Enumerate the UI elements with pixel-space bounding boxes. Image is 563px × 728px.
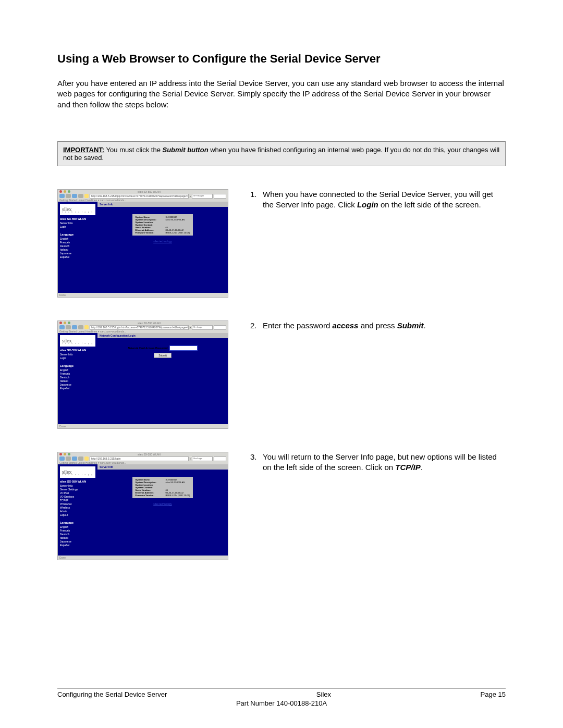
step-number: 3. <box>250 452 263 473</box>
search-engine-field[interactable]: G ▾ Login <box>192 325 213 330</box>
device-main-area: Network Configuration LoginNetwork Card … <box>97 333 228 424</box>
instruction-step: silex SX-550 WLANhttp://192.168.5.215/lo… <box>57 320 506 429</box>
intro-paragraph: After you have entered an IP address int… <box>57 78 506 110</box>
step-number: 2. <box>250 320 263 331</box>
main-panel-title: Server Info <box>97 464 228 470</box>
window-close-icon[interactable] <box>59 322 62 324</box>
browser-titlebar: silex SX-550 WLAN <box>58 190 228 194</box>
nav-reload-icon[interactable] <box>72 325 77 329</box>
sidebar-link[interactable]: Server Info <box>60 353 95 356</box>
notice-important-label: IMPORTANT: <box>63 146 104 154</box>
browser-window-title: silex SX-550 WLAN <box>72 322 226 325</box>
sidebar-language-link[interactable]: Español <box>60 544 95 547</box>
sidebar-link[interactable]: Server Info <box>60 221 95 225</box>
sidebar-link[interactable]: Server Settings <box>60 488 95 491</box>
sidebar-language-link[interactable]: Deutsch <box>60 244 95 248</box>
sidebar-link[interactable]: PrintraNet <box>60 502 95 505</box>
sidebar-language-link[interactable]: Italiano <box>60 248 95 251</box>
address-bar[interactable]: http://192.168.5.215/tcpip.htm?access=07… <box>90 194 189 199</box>
silex-logo: silext e c h n o l o g y <box>60 466 95 478</box>
important-notice: IMPORTANT: You must click the Submit but… <box>57 141 506 166</box>
sidebar-link[interactable]: Logout <box>60 513 95 516</box>
nav-home-icon[interactable] <box>78 194 83 198</box>
login-submit-button[interactable]: Submit <box>154 353 172 358</box>
sidebar-language-link[interactable]: Français <box>60 372 95 375</box>
nav-reload-icon[interactable] <box>72 194 77 198</box>
sidebar-language-link[interactable]: English <box>60 237 95 240</box>
main-panel-title: Network Configuration Login <box>97 333 228 338</box>
window-max-icon[interactable] <box>68 322 70 324</box>
sidebar-language-link[interactable]: Italiano <box>60 536 95 539</box>
window-min-icon[interactable] <box>64 453 66 455</box>
silex-footer-link[interactable]: silex technology <box>153 240 172 243</box>
nav-back-icon[interactable] <box>59 194 65 198</box>
sidebar-device-title: silex SX-550 WLAN <box>60 480 95 483</box>
login-form: Network Card Access PasswordSubmit <box>128 346 197 358</box>
browser-screenshot: silex SX-550 WLANhttp://192.168.5.215/lo… <box>57 320 228 429</box>
silex-logo: silext e c h n o l o g y <box>60 335 95 347</box>
sidebar-language-link[interactable]: Français <box>60 241 95 244</box>
sidebar-language-link[interactable]: Español <box>60 387 95 390</box>
instruction-step: silex SX-550 WLANhttp://192.168.5.215/tc… <box>57 189 506 298</box>
browser-search-field[interactable] <box>214 456 226 461</box>
address-bar[interactable]: http://192.168.5.215/login <box>90 456 189 461</box>
notice-text-a: You must click the <box>104 146 162 154</box>
browser-screenshot: silex SX-550 WLANhttp://192.168.5.215/tc… <box>57 189 228 298</box>
nav-home-icon[interactable] <box>78 325 83 329</box>
window-min-icon[interactable] <box>64 322 66 324</box>
device-sidebar: silext e c h n o l o g ysilex SX-550 WLA… <box>58 333 97 424</box>
address-bar[interactable]: http://192.168.5.215/login.htm?access=07… <box>90 325 189 330</box>
sidebar-language-link[interactable]: Deutsch <box>60 533 95 536</box>
sidebar-link[interactable]: TCP/IP <box>60 499 95 502</box>
step-body: When you have connected to the Serial De… <box>263 189 506 211</box>
sidebar-link[interactable]: Login <box>60 225 95 228</box>
sidebar-link[interactable]: Wireless <box>60 506 95 509</box>
nav-home-icon[interactable] <box>78 456 83 461</box>
sidebar-language-link[interactable]: Japanese <box>60 252 95 255</box>
page-heading: Using a Web Browser to Configure the Ser… <box>57 52 506 66</box>
bookmark-icon[interactable] <box>84 325 89 329</box>
nav-back-icon[interactable] <box>59 325 65 329</box>
sidebar-link[interactable]: I/O Services <box>60 495 95 498</box>
server-info-table: System Name:SLX000042System Description:… <box>132 477 192 498</box>
footer-center: Silex <box>316 690 331 698</box>
silex-logo: silext e c h n o l o g y <box>60 204 95 215</box>
browser-titlebar: silex SX-550 WLAN <box>58 452 228 456</box>
window-min-icon[interactable] <box>64 190 66 193</box>
nav-reload-icon[interactable] <box>72 456 77 461</box>
browser-window-title: silex SX-550 WLAN <box>72 190 226 193</box>
sidebar-language-link[interactable]: Japanese <box>60 383 95 386</box>
sidebar-language-link[interactable]: Español <box>60 255 95 258</box>
window-close-icon[interactable] <box>59 190 62 193</box>
sidebar-language-link[interactable]: Deutsch <box>60 376 95 379</box>
sidebar-link[interactable]: Login <box>60 356 95 360</box>
sidebar-link[interactable]: I/O Port <box>60 491 95 495</box>
browser-search-field[interactable] <box>214 194 226 199</box>
sidebar-device-title: silex SX-550 WLAN <box>60 217 95 220</box>
browser-search-field[interactable] <box>214 325 226 330</box>
window-close-icon[interactable] <box>59 453 62 455</box>
sidebar-language-link[interactable]: Japanese <box>60 540 95 543</box>
step-number: 1. <box>250 189 263 211</box>
window-max-icon[interactable] <box>68 190 70 193</box>
sidebar-language-link[interactable]: Italiano <box>60 379 95 382</box>
login-password-input[interactable] <box>169 346 198 351</box>
browser-titlebar: silex SX-550 WLAN <box>58 321 228 325</box>
bookmark-icon[interactable] <box>84 456 89 461</box>
sidebar-language-link[interactable]: English <box>60 525 95 528</box>
step-body: You will return to the Server Info page,… <box>263 452 506 473</box>
nav-forward-icon[interactable] <box>66 194 71 198</box>
silex-footer-link[interactable]: silex technology <box>153 502 172 505</box>
bookmark-icon[interactable] <box>84 194 89 198</box>
sidebar-language-link[interactable]: Français <box>60 529 95 532</box>
sidebar-link[interactable]: Server Info <box>60 484 95 487</box>
sidebar-link[interactable]: Admin <box>60 510 95 513</box>
window-max-icon[interactable] <box>68 453 70 455</box>
main-panel-title: Server Info <box>97 202 228 207</box>
search-engine-field[interactable]: G ▾ Login <box>192 456 213 461</box>
nav-back-icon[interactable] <box>59 456 65 461</box>
nav-forward-icon[interactable] <box>66 325 71 329</box>
nav-forward-icon[interactable] <box>66 456 71 461</box>
sidebar-language-link[interactable]: English <box>60 368 95 372</box>
search-engine-field[interactable]: G ▾ Google <box>192 194 213 199</box>
